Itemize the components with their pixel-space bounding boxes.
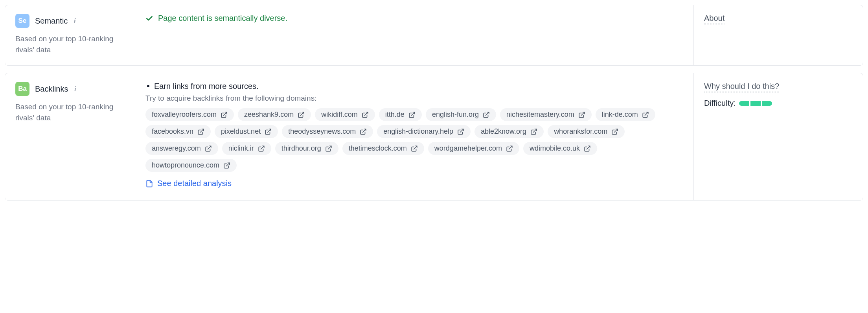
domain-chip-label: foxvalleyroofers.com: [152, 110, 217, 119]
semantic-right: About: [694, 5, 863, 65]
domain-chip-label: niclink.ir: [228, 144, 254, 153]
domain-chip[interactable]: english-dictionary.help: [377, 125, 471, 138]
domain-chip-label: whoranksfor.com: [554, 127, 607, 136]
domain-chip-label: link-de.com: [602, 110, 638, 119]
why-link[interactable]: Why should I do this?: [704, 82, 779, 92]
svg-line-3: [411, 112, 414, 115]
svg-line-16: [414, 146, 417, 149]
svg-line-9: [363, 129, 366, 132]
domain-chip[interactable]: english-fun.org: [426, 108, 496, 121]
semantic-status: Page content is semantically diverse.: [145, 14, 683, 23]
info-icon[interactable]: i: [71, 85, 79, 93]
external-link-icon: [362, 111, 369, 118]
svg-line-19: [226, 163, 230, 166]
svg-line-8: [268, 129, 271, 132]
difficulty-segment: [750, 101, 761, 106]
domain-chip-label: wdimobile.co.uk: [530, 144, 580, 153]
external-link-icon: [265, 128, 272, 135]
domain-chip-label: answeregy.com: [152, 144, 201, 153]
semantic-badge: Se: [15, 14, 29, 28]
domain-chip-label: pixeldust.net: [221, 127, 261, 136]
domain-chip[interactable]: answeregy.com: [145, 142, 218, 155]
external-link-icon: [578, 111, 585, 118]
domain-chip[interactable]: wdimobile.co.uk: [523, 142, 597, 155]
backlinks-badge: Ba: [15, 82, 29, 96]
domain-chip-list: foxvalleyroofers.comzeeshank9.comwikidif…: [145, 108, 683, 172]
difficulty-meter: [739, 101, 772, 106]
external-link-icon: [408, 111, 416, 118]
svg-line-17: [509, 146, 512, 149]
domain-chip-label: able2know.org: [481, 127, 526, 136]
external-link-icon: [611, 128, 618, 135]
svg-line-15: [328, 146, 331, 149]
info-icon[interactable]: i: [71, 17, 79, 25]
domain-chip[interactable]: foxvalleyroofers.com: [145, 108, 234, 121]
external-link-icon: [325, 145, 332, 152]
domain-chip-label: theodysseynews.com: [288, 127, 356, 136]
svg-line-10: [460, 129, 463, 132]
domain-chip-label: nichesitemastery.com: [506, 110, 574, 119]
domain-chip[interactable]: thetimesclock.com: [342, 142, 424, 155]
domain-chip-label: english-dictionary.help: [383, 127, 453, 136]
svg-line-11: [533, 129, 537, 132]
backlinks-hint: Try to acquire backlinks from the follow…: [145, 94, 683, 103]
difficulty-label: Difficulty:: [704, 99, 736, 108]
domain-chip[interactable]: theodysseynews.com: [282, 125, 373, 138]
backlinks-middle: Earn links from more sources. Try to acq…: [135, 73, 694, 200]
domain-chip[interactable]: itth.de: [379, 108, 422, 121]
external-link-icon: [221, 111, 228, 118]
domain-chip[interactable]: pixeldust.net: [215, 125, 278, 138]
domain-chip[interactable]: link-de.com: [596, 108, 655, 121]
semantic-subtitle: Based on your top 10-ranking rivals' dat…: [15, 33, 125, 55]
domain-chip[interactable]: wordgamehelper.com: [428, 142, 519, 155]
domain-chip[interactable]: nichesitemastery.com: [500, 108, 592, 121]
difficulty-row: Difficulty:: [704, 99, 853, 108]
domain-chip-label: english-fun.org: [432, 110, 479, 119]
external-link-icon: [360, 128, 367, 135]
semantic-left: Se Semantic i Based on your top 10-ranki…: [5, 5, 135, 65]
domain-chip[interactable]: niclink.ir: [222, 142, 271, 155]
svg-line-12: [614, 129, 618, 132]
svg-line-18: [587, 146, 590, 149]
semantic-header: Se Semantic i: [15, 14, 125, 28]
domain-chip[interactable]: thirdhour.org: [275, 142, 338, 155]
backlinks-header: Ba Backlinks i: [15, 82, 125, 96]
domain-chip[interactable]: zeeshank9.com: [238, 108, 311, 121]
external-link-icon: [197, 128, 204, 135]
domain-chip-label: facebooks.vn: [152, 127, 193, 136]
external-link-icon: [258, 145, 265, 152]
semantic-card: Se Semantic i Based on your top 10-ranki…: [5, 5, 863, 66]
svg-line-4: [485, 112, 489, 115]
domain-chip-label: thirdhour.org: [281, 144, 321, 153]
svg-line-5: [581, 112, 584, 115]
domain-chip[interactable]: wikidiff.com: [315, 108, 375, 121]
backlinks-bullet-text: Earn links from more sources.: [154, 82, 259, 90]
external-link-icon: [223, 162, 230, 169]
domain-chip[interactable]: able2know.org: [474, 125, 544, 138]
about-link[interactable]: About: [704, 14, 725, 24]
semantic-status-text: Page content is semantically diverse.: [158, 14, 287, 23]
detailed-analysis-link[interactable]: See detailed analysis: [145, 179, 232, 188]
bullet-icon: [147, 85, 149, 87]
check-icon: [145, 15, 153, 22]
external-link-icon: [506, 145, 513, 152]
external-link-icon: [205, 145, 212, 152]
external-link-icon: [530, 128, 537, 135]
backlinks-bullet: Earn links from more sources.: [145, 82, 683, 91]
domain-chip[interactable]: howtopronounce.com: [145, 159, 237, 172]
external-link-icon: [457, 128, 464, 135]
svg-line-2: [364, 112, 368, 115]
svg-line-14: [261, 146, 264, 149]
document-icon: [145, 179, 153, 188]
backlinks-right: Why should I do this? Difficulty:: [694, 73, 863, 200]
backlinks-left: Ba Backlinks i Based on your top 10-rank…: [5, 73, 135, 200]
svg-line-0: [224, 112, 227, 115]
domain-chip-label: wikidiff.com: [321, 110, 358, 119]
domain-chip-label: wordgamehelper.com: [434, 144, 502, 153]
svg-line-1: [301, 112, 304, 115]
svg-line-13: [208, 146, 211, 149]
detailed-analysis-text: See detailed analysis: [157, 179, 232, 188]
domain-chip[interactable]: whoranksfor.com: [548, 125, 625, 138]
domain-chip[interactable]: facebooks.vn: [145, 125, 211, 138]
domain-chip-label: zeeshank9.com: [244, 110, 294, 119]
